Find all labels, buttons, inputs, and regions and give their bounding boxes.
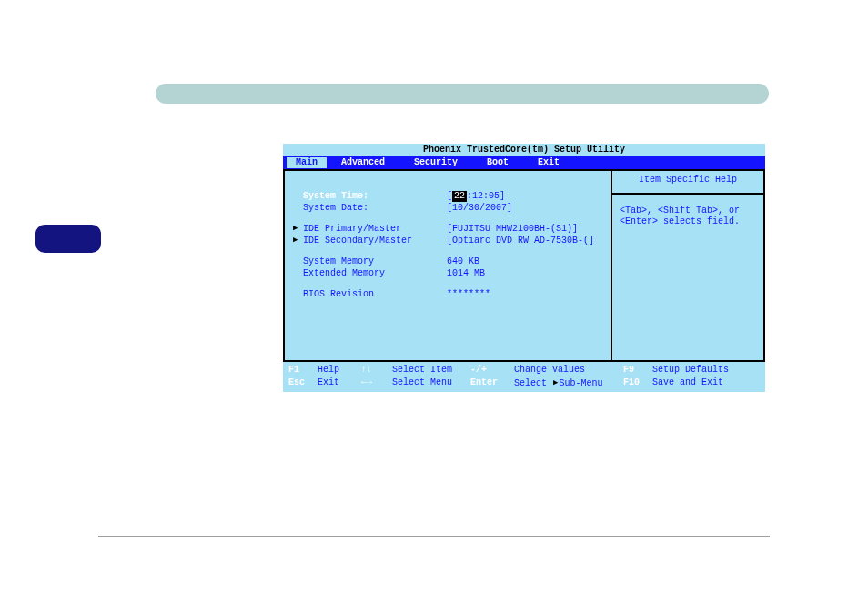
bios-menubar: Main Advanced Security Boot Exit: [283, 156, 765, 169]
value-ide-primary: [FUJITSU MHW2100BH-(S1)]: [447, 224, 578, 235]
bios-fields-pane: System Time: [22:12:05] System Date: [10…: [283, 169, 612, 362]
row-system-date[interactable]: System Date: [10/30/2007]: [292, 203, 603, 214]
value-extended-memory: 1014 MB: [447, 268, 485, 279]
side-label-pill: [35, 225, 101, 253]
help-line-2: <Enter> selects field.: [620, 216, 756, 227]
label-bios-revision: BIOS Revision: [292, 289, 447, 300]
footer-label-select-item: Select Item: [392, 364, 470, 376]
help-body: <Tab>, <Shift Tab>, or <Enter> selects f…: [612, 195, 763, 238]
value-system-memory: 640 KB: [447, 256, 479, 267]
tab-main[interactable]: Main: [287, 157, 327, 168]
footer-key-enter[interactable]: Enter: [470, 376, 514, 389]
label-ide-primary: IDE Primary/Master: [292, 224, 447, 235]
footer-label-select-submenu: Select ▶Sub-Menu: [514, 376, 623, 389]
footer-key-f10[interactable]: F10: [623, 376, 652, 389]
page-divider: [98, 536, 770, 537]
submenu-marker-icon: ▶: [293, 224, 298, 234]
footer-label-help: Help: [318, 364, 361, 376]
bios-title: Phoenix TrustedCore(tm) Setup Utility: [283, 144, 765, 156]
row-ide-secondary[interactable]: ▶ IDE Secondary/Master [Optiarc DVD RW A…: [292, 236, 603, 246]
footer-key-plusminus[interactable]: -/+: [470, 364, 514, 376]
value-system-time[interactable]: [22:12:05]: [447, 191, 505, 202]
footer-key-f9[interactable]: F9: [623, 364, 652, 376]
footer-label-exit: Exit: [318, 376, 361, 389]
bios-body: System Time: [22:12:05] System Date: [10…: [283, 169, 765, 362]
triangle-right-icon: ▶: [553, 376, 558, 389]
value-ide-secondary: [Optiarc DVD RW AD-7530B-(]: [447, 236, 594, 246]
submenu-marker-icon: ▶: [293, 236, 298, 246]
footer-label-select-menu: Select Menu: [392, 376, 470, 389]
footer-label-setup-defaults: Setup Defaults: [652, 364, 729, 376]
label-ide-secondary: IDE Secondary/Master: [292, 236, 447, 246]
label-system-date: System Date:: [292, 203, 447, 214]
label-system-time: System Time:: [292, 191, 447, 202]
row-extended-memory: Extended Memory 1014 MB: [292, 268, 603, 279]
bios-footer: F1 Help ↑↓ Select Item -/+ Change Values…: [283, 362, 765, 391]
row-bios-revision: BIOS Revision ********: [292, 289, 603, 300]
bios-help-pane: Item Specific Help <Tab>, <Shift Tab>, o…: [612, 169, 765, 362]
label-system-memory: System Memory: [292, 256, 447, 267]
help-title: Item Specific Help: [612, 171, 763, 195]
system-time-hours-field[interactable]: 22: [452, 191, 467, 202]
footer-label-change-values: Change Values: [514, 364, 623, 376]
footer-key-esc[interactable]: Esc: [288, 376, 318, 389]
row-ide-primary[interactable]: ▶ IDE Primary/Master [FUJITSU MHW2100BH-…: [292, 224, 603, 235]
help-line-1: <Tab>, <Shift Tab>, or: [620, 206, 756, 216]
value-bios-revision: ********: [447, 289, 490, 300]
tab-advanced[interactable]: Advanced: [327, 157, 399, 168]
arrow-left-right-icon[interactable]: ←→: [361, 376, 392, 389]
row-system-time[interactable]: System Time: [22:12:05]: [292, 191, 603, 202]
tab-boot[interactable]: Boot: [472, 157, 523, 168]
bios-setup-window: Phoenix TrustedCore(tm) Setup Utility Ma…: [283, 144, 765, 392]
page-banner: [156, 84, 769, 104]
arrow-up-down-icon[interactable]: ↑↓: [361, 364, 392, 376]
footer-label-save-and-exit: Save and Exit: [652, 376, 723, 389]
tab-exit[interactable]: Exit: [523, 157, 574, 168]
footer-key-f1[interactable]: F1: [288, 364, 318, 376]
tab-security[interactable]: Security: [399, 157, 472, 168]
value-system-date[interactable]: [10/30/2007]: [447, 203, 512, 214]
row-system-memory: System Memory 640 KB: [292, 256, 603, 267]
label-extended-memory: Extended Memory: [292, 268, 447, 279]
